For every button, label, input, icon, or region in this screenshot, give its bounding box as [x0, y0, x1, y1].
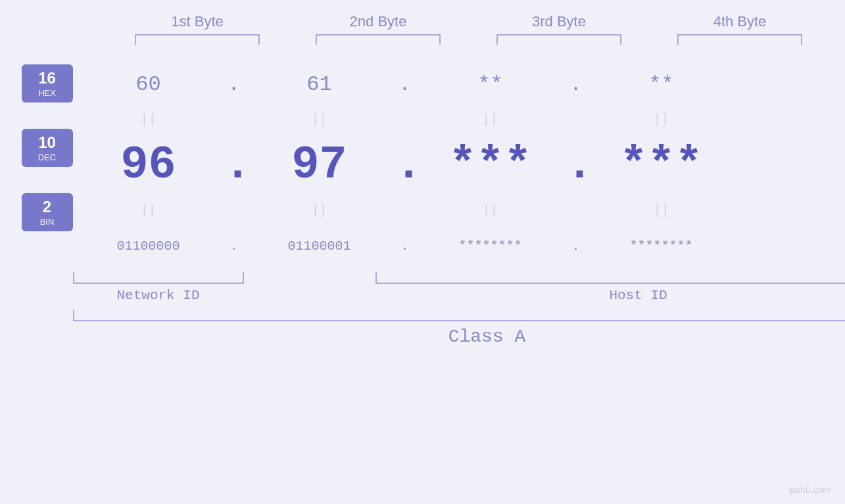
host-bracket — [375, 272, 846, 284]
hex-dot2: . — [395, 72, 415, 97]
hex-byte3: ** — [415, 72, 566, 97]
bin-dot1: . — [224, 239, 244, 254]
class-label: Class A — [73, 327, 846, 347]
bracket-4 — [677, 34, 802, 45]
values-rows: 60 . 61 . ** . ** || || || || 96 — [73, 61, 846, 347]
dec-dot3: . — [566, 139, 586, 191]
watermark: ipshu.com — [788, 484, 831, 495]
eq2-1: || — [73, 203, 224, 218]
bin-byte1: 01100000 — [73, 239, 224, 254]
bin-byte4: ******** — [586, 239, 737, 254]
byte-header-4: 4th Byte — [661, 13, 819, 30]
eq2-4: || — [586, 203, 737, 218]
data-area: 16 HEX 10 DEC 2 BIN 60 . — [22, 61, 837, 347]
hex-row: 60 . 61 . ** . ** — [73, 61, 846, 107]
eq1-2: || — [244, 112, 395, 127]
eq1-1: || — [73, 112, 224, 127]
dec-base: DEC — [38, 152, 56, 162]
main-container: 1st Byte 2nd Byte 3rd Byte 4th Byte 16 H… — [0, 0, 845, 504]
equals-row-2: || || || || — [73, 198, 846, 223]
bracket-2 — [316, 34, 441, 45]
eq1-4: || — [586, 112, 737, 127]
bin-num: 2 — [43, 198, 51, 217]
dec-byte1: 96 — [73, 139, 224, 191]
hex-base: HEX — [38, 88, 56, 98]
network-id-label: Network ID — [73, 288, 244, 303]
dec-dot1: . — [224, 139, 244, 191]
bracket-3 — [496, 34, 621, 45]
hex-badge: 16 HEX — [22, 64, 73, 103]
dec-dot2: . — [395, 139, 415, 191]
hex-byte4: ** — [586, 72, 737, 97]
bin-dot3: . — [566, 239, 586, 254]
dec-badge: 10 DEC — [22, 129, 73, 167]
hex-num: 16 — [38, 69, 56, 88]
dec-byte2: 97 — [244, 139, 395, 191]
bin-byte2: 01100001 — [244, 239, 395, 254]
network-bracket — [73, 272, 244, 284]
bin-row: 01100000 . 01100001 . ******** . *******… — [73, 223, 846, 269]
bin-dot2: . — [395, 239, 415, 254]
hex-byte1: 60 — [73, 72, 224, 97]
bracket-1 — [135, 34, 260, 45]
bin-badge: 2 BIN — [22, 193, 73, 231]
hex-dot3: . — [566, 72, 586, 97]
eq2-2: || — [244, 203, 395, 218]
class-bracket — [73, 309, 846, 321]
byte-header-1: 1st Byte — [118, 13, 276, 30]
hex-byte2: 61 — [244, 72, 395, 97]
bin-byte3: ******** — [415, 239, 566, 254]
equals-row-1: || || || || — [73, 107, 846, 132]
host-id-label: Host ID — [375, 288, 846, 303]
eq1-3: || — [415, 112, 566, 127]
byte-header-2: 2nd Byte — [299, 13, 457, 30]
bottom-bracket-area — [73, 272, 846, 284]
eq2-3: || — [415, 203, 566, 218]
hex-dot1: . — [224, 72, 244, 97]
id-labels-row: Network ID Host ID — [73, 288, 846, 303]
bin-base: BIN — [40, 217, 55, 227]
dec-byte3: *** — [415, 139, 566, 191]
badges-column: 16 HEX 10 DEC 2 BIN — [22, 61, 73, 347]
dec-byte4: *** — [586, 139, 737, 191]
dec-num: 10 — [38, 133, 56, 152]
byte-header-3: 3rd Byte — [480, 13, 638, 30]
dec-row: 96 . 97 . *** . *** — [73, 132, 846, 198]
